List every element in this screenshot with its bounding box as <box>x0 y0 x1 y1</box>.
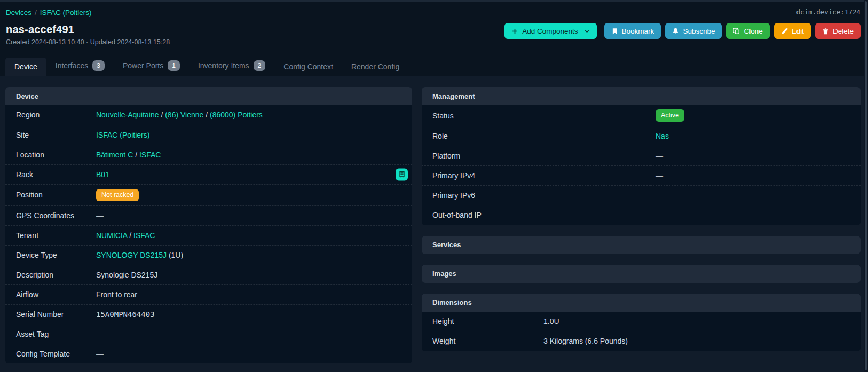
attribute-label: Serial Number <box>5 304 91 324</box>
images-panel: Images <box>422 265 861 283</box>
attribute-value: NUMICIA / ISFAC <box>91 225 412 245</box>
attribute-value: — <box>650 146 861 166</box>
attribute-label: Platform <box>422 146 650 166</box>
breadcrumb-site[interactable]: ISFAC (Poitiers) <box>40 9 92 17</box>
subscribe-button[interactable]: Subscribe <box>665 23 722 39</box>
tab-label: Interfaces <box>56 61 88 70</box>
attribute-row: SiteISFAC (Poitiers) <box>5 125 412 145</box>
attribute-row: TenantNUMICIA / ISFAC <box>5 225 412 245</box>
copy-icon <box>733 28 740 35</box>
pencil-icon <box>781 28 788 35</box>
attribute-label: Site <box>5 125 91 145</box>
attribute-value: Synologie DS215J <box>91 265 412 284</box>
services-panel: Services <box>422 236 861 254</box>
navbar-edge <box>0 0 868 2</box>
tab-count-badge: 2 <box>254 60 266 71</box>
tab-count-badge: 1 <box>168 60 180 71</box>
attribute-row: Asset Tag– <box>5 324 412 344</box>
value-link[interactable]: Bâtiment C <box>96 151 133 159</box>
attribute-value: SYNOLOGY DS215J (1U) <box>91 245 412 265</box>
page-header: Devices/ISFAC (Poitiers) dcim.device:172… <box>0 0 868 76</box>
attribute-label: Location <box>5 145 91 164</box>
attribute-label: Description <box>5 265 91 284</box>
object-identifier: dcim.device:1724 <box>796 8 861 16</box>
tab-render-config[interactable]: Render Config <box>342 58 408 76</box>
attribute-value: – <box>91 324 412 344</box>
attribute-row: LocationBâtiment C / ISFAC <box>5 145 412 164</box>
right-column: Management StatusActiveRoleNasPlatform—P… <box>422 87 861 362</box>
value-link[interactable]: ISFAC <box>133 231 155 240</box>
tab-label: Device <box>14 62 37 71</box>
value-separator: / <box>133 151 139 159</box>
tab-label: Render Config <box>351 62 399 71</box>
attribute-row: Out-of-band IP— <box>422 205 861 225</box>
attribute-row: GPS Coordinates— <box>5 205 412 225</box>
empty-value-dash: — <box>656 152 663 160</box>
attribute-value: 1.0U <box>538 312 861 331</box>
value-separator: / <box>203 110 210 119</box>
value-text: Front to rear <box>96 290 137 299</box>
breadcrumb-devices[interactable]: Devices <box>6 9 31 17</box>
attribute-row: Primary IPv6— <box>422 186 861 205</box>
content-area: Device RegionNouvelle-Aquitaine / (86) V… <box>0 76 868 372</box>
status-badge: Not racked <box>96 189 139 201</box>
attribute-label: Airflow <box>5 284 91 304</box>
attribute-row: Weight3 Kilograms (6.6 Pounds) <box>422 331 861 351</box>
created-updated-meta: Created 2024-08-13 10:40 · Updated 2024-… <box>6 38 170 46</box>
attribute-row: RegionNouvelle-Aquitaine / (86) Vienne /… <box>5 105 412 125</box>
delete-button[interactable]: Delete <box>815 23 861 39</box>
device-panel-title: Device <box>5 87 412 105</box>
attribute-row: StatusActive <box>422 105 861 126</box>
breadcrumb-separator: / <box>31 9 40 17</box>
value-link[interactable]: (86000) Poitiers <box>210 110 263 119</box>
value-link[interactable]: B01 <box>96 170 109 179</box>
attribute-label: Status <box>422 105 650 126</box>
tab-inventory-items[interactable]: Inventory Items2 <box>189 56 274 76</box>
page-title: nas-accef491 <box>6 23 74 36</box>
edit-button[interactable]: Edit <box>774 23 811 39</box>
value-link[interactable]: SYNOLOGY DS215J <box>96 251 167 259</box>
dimensions-panel: Dimensions Height1.0UWeight3 Kilograms (… <box>422 294 861 351</box>
tab-count-badge: 3 <box>92 60 105 71</box>
attribute-value: B01 <box>91 164 412 184</box>
attribute-value: 3 Kilograms (6.6 Pounds) <box>538 331 861 351</box>
left-column: Device RegionNouvelle-Aquitaine / (86) V… <box>5 87 412 372</box>
value-link[interactable]: ISFAC <box>139 151 161 159</box>
empty-value-dash: — <box>96 350 104 358</box>
tab-device[interactable]: Device <box>5 58 46 76</box>
tab-config-context[interactable]: Config Context <box>274 58 342 76</box>
page-scrollbar-thumb[interactable] <box>865 1 867 370</box>
status-badge[interactable]: Active <box>656 109 684 122</box>
bookmark-button[interactable]: Bookmark <box>604 23 661 39</box>
empty-value-dash: — <box>656 171 663 180</box>
attribute-label: Config Template <box>5 344 91 363</box>
tab-power-ports[interactable]: Power Ports1 <box>114 56 189 76</box>
value-link[interactable]: Nas <box>656 132 669 140</box>
bookmark-icon <box>611 28 618 35</box>
add-components-button[interactable]: Add Components <box>504 23 596 39</box>
value-link[interactable]: (86) Vienne <box>165 110 203 119</box>
value-link[interactable]: NUMICIA <box>96 231 127 240</box>
value-link[interactable]: Nouvelle-Aquitaine <box>96 110 159 119</box>
bell-icon <box>672 28 679 35</box>
mono-value: 15A0MPN464403 <box>96 310 155 319</box>
value-separator: / <box>127 231 133 240</box>
attribute-row: Device TypeSYNOLOGY DS215J (1U) <box>5 245 412 265</box>
attribute-label: Weight <box>422 331 538 351</box>
page-scrollbar-track <box>864 0 868 372</box>
attribute-value: Front to rear <box>91 284 412 304</box>
empty-value-dash: — <box>656 191 663 200</box>
attribute-value: Nouvelle-Aquitaine / (86) Vienne / (8600… <box>91 105 412 125</box>
services-panel-title: Services <box>422 236 861 254</box>
breadcrumb: Devices/ISFAC (Poitiers) <box>6 9 92 17</box>
action-buttons: Add Components Bookmark Subscribe Clone … <box>504 23 861 39</box>
attribute-value: — <box>650 166 861 186</box>
tab-interfaces[interactable]: Interfaces3 <box>46 56 114 76</box>
value-link[interactable]: ISFAC (Poitiers) <box>96 131 149 139</box>
attribute-row: Height1.0U <box>422 312 861 331</box>
clone-button[interactable]: Clone <box>726 23 769 39</box>
rack-elevation-button[interactable] <box>396 168 408 180</box>
value-text: 3 Kilograms (6.6 Pounds) <box>543 337 628 345</box>
attribute-row: Serial Number15A0MPN464403 <box>5 304 412 324</box>
rack-icon <box>398 171 406 178</box>
